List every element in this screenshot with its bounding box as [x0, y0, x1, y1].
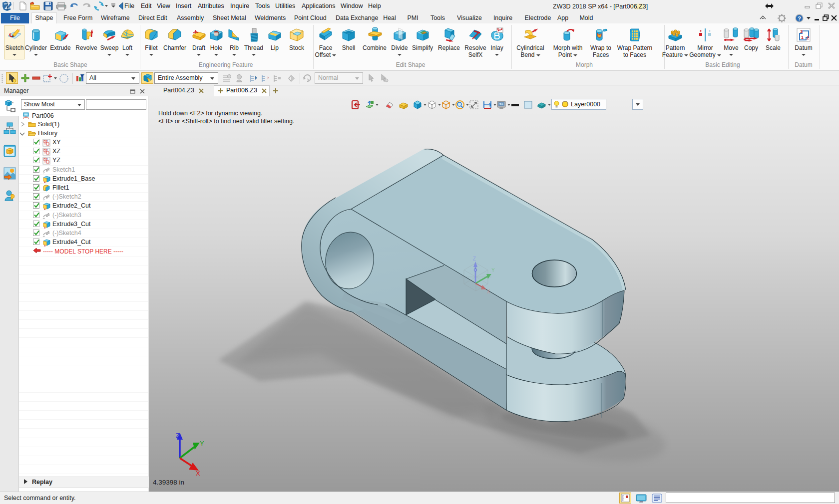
svg-text:1: 1	[47, 149, 48, 152]
svg-text:X: X	[196, 470, 200, 477]
svg-text:X: X	[487, 289, 490, 294]
svg-text:1: 1	[47, 140, 48, 143]
svg-text:?: ?	[798, 15, 801, 21]
svg-text:2: 2	[44, 152, 46, 155]
svg-text:Y: Y	[491, 267, 495, 273]
svg-text:3: 3	[800, 29, 803, 34]
svg-text:Z: Z	[473, 256, 476, 261]
svg-text:2: 2	[807, 35, 809, 40]
svg-text:Y: Y	[200, 440, 204, 447]
svg-text:1: 1	[47, 158, 48, 161]
svg-text:1: 1	[801, 35, 804, 40]
svg-text:2: 2	[44, 161, 46, 164]
svg-text:2: 2	[44, 143, 46, 146]
svg-text:Z: Z	[176, 432, 180, 439]
